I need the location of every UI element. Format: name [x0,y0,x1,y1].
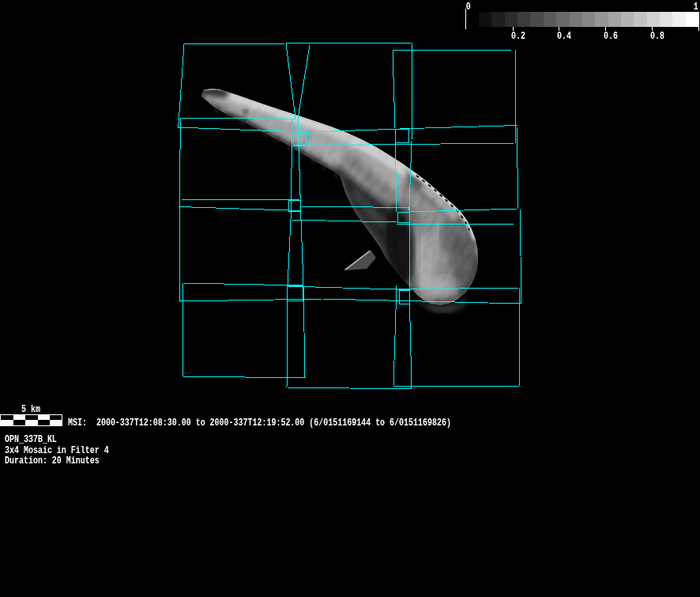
svg-text:OPN_337B_KL: OPN_337B_KL [5,433,57,444]
svg-text:0.2: 0.2 [511,30,525,41]
svg-text:Duration: 20 Minutes: Duration: 20 Minutes [5,455,100,466]
svg-text:5 km: 5 km [21,402,40,414]
svg-text:0.8: 0.8 [650,30,664,41]
svg-text:0: 0 [466,1,471,12]
svg-text:0.6: 0.6 [604,30,618,41]
svg-text:0.4: 0.4 [557,30,571,41]
svg-text:MSI: 2000-337T12:08:30.00 to: MSI: 2000-337T12:08:30.00 to 2000-337T12… [68,417,451,428]
svg-text:3x4 Mosaic in Filter 4: 3x4 Mosaic in Filter 4 [5,444,109,455]
svg-text:1: 1 [694,1,698,12]
